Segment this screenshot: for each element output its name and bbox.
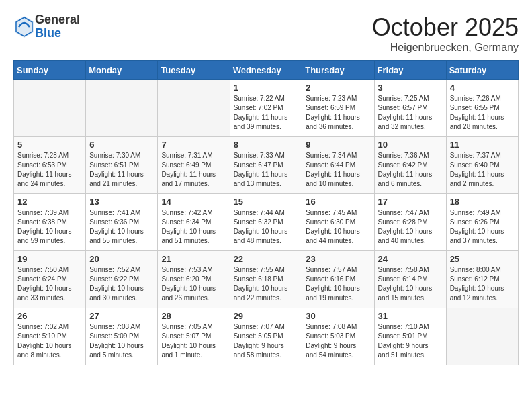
header-friday: Friday [374,61,446,80]
day-number: 4 [450,83,515,93]
calendar-header-row: SundayMondayTuesdayWednesdayThursdayFrid… [14,61,519,80]
calendar-week-1: 5Sunrise: 7:28 AM Sunset: 6:53 PM Daylig… [14,137,519,194]
day-number: 21 [161,254,226,264]
day-info: Sunrise: 7:50 AM Sunset: 6:24 PM Dayligh… [17,265,82,303]
day-number: 16 [306,197,370,207]
header-saturday: Saturday [446,61,518,80]
calendar-cell: 17Sunrise: 7:47 AM Sunset: 6:28 PM Dayli… [374,194,446,251]
day-number: 26 [17,311,82,321]
header-monday: Monday [86,61,158,80]
day-number: 27 [89,311,154,321]
day-number: 5 [17,140,82,150]
day-number: 20 [89,254,154,264]
calendar-cell: 16Sunrise: 7:45 AM Sunset: 6:30 PM Dayli… [302,194,374,251]
day-number: 22 [234,254,299,264]
day-info: Sunrise: 7:31 AM Sunset: 6:49 PM Dayligh… [161,151,226,189]
svg-marker-0 [15,16,34,38]
logo: General Blue [13,13,80,40]
day-number: 28 [161,311,226,321]
calendar-cell: 10Sunrise: 7:36 AM Sunset: 6:42 PM Dayli… [374,137,446,194]
logo-text: General Blue [35,13,80,40]
day-info: Sunrise: 7:47 AM Sunset: 6:28 PM Dayligh… [378,208,443,246]
calendar-cell: 30Sunrise: 7:08 AM Sunset: 5:03 PM Dayli… [302,308,374,365]
day-info: Sunrise: 7:58 AM Sunset: 6:14 PM Dayligh… [378,265,443,303]
calendar-week-3: 19Sunrise: 7:50 AM Sunset: 6:24 PM Dayli… [14,251,519,308]
day-number: 12 [17,197,82,207]
day-info: Sunrise: 7:36 AM Sunset: 6:42 PM Dayligh… [378,151,443,189]
calendar-cell: 26Sunrise: 7:02 AM Sunset: 5:10 PM Dayli… [14,308,86,365]
month-title: October 2025 [372,13,519,42]
day-info: Sunrise: 7:33 AM Sunset: 6:47 PM Dayligh… [234,151,299,189]
calendar-cell: 31Sunrise: 7:10 AM Sunset: 5:01 PM Dayli… [374,308,446,365]
header-thursday: Thursday [302,61,374,80]
day-number: 6 [89,140,154,150]
day-number: 29 [234,311,299,321]
title-block: October 2025 Heigenbruecken, Germany [372,13,519,54]
calendar-week-0: 1Sunrise: 7:22 AM Sunset: 7:02 PM Daylig… [14,80,519,137]
day-number: 3 [378,83,443,93]
calendar-cell: 13Sunrise: 7:41 AM Sunset: 6:36 PM Dayli… [86,194,158,251]
day-number: 31 [378,311,443,321]
day-info: Sunrise: 7:45 AM Sunset: 6:30 PM Dayligh… [306,208,370,246]
day-info: Sunrise: 7:44 AM Sunset: 6:32 PM Dayligh… [234,208,299,246]
day-number: 13 [89,197,154,207]
calendar-cell: 19Sunrise: 7:50 AM Sunset: 6:24 PM Dayli… [14,251,86,308]
day-number: 25 [450,254,515,264]
day-info: Sunrise: 7:22 AM Sunset: 7:02 PM Dayligh… [234,94,299,132]
day-number: 19 [17,254,82,264]
calendar-week-4: 26Sunrise: 7:02 AM Sunset: 5:10 PM Dayli… [14,308,519,365]
day-number: 23 [306,254,370,264]
day-info: Sunrise: 7:05 AM Sunset: 5:07 PM Dayligh… [161,322,226,360]
day-number: 9 [306,140,370,150]
location: Heigenbruecken, Germany [372,42,519,54]
calendar-cell: 2Sunrise: 7:23 AM Sunset: 6:59 PM Daylig… [302,80,374,137]
calendar-cell: 29Sunrise: 7:07 AM Sunset: 5:05 PM Dayli… [230,308,302,365]
calendar-cell [86,80,158,137]
calendar-cell: 28Sunrise: 7:05 AM Sunset: 5:07 PM Dayli… [158,308,230,365]
calendar-cell: 6Sunrise: 7:30 AM Sunset: 6:51 PM Daylig… [86,137,158,194]
calendar-cell: 27Sunrise: 7:03 AM Sunset: 5:09 PM Dayli… [86,308,158,365]
day-number: 30 [306,311,370,321]
calendar-cell: 15Sunrise: 7:44 AM Sunset: 6:32 PM Dayli… [230,194,302,251]
day-number: 2 [306,83,370,93]
calendar-cell: 4Sunrise: 7:26 AM Sunset: 6:55 PM Daylig… [446,80,518,137]
day-info: Sunrise: 7:28 AM Sunset: 6:53 PM Dayligh… [17,151,82,189]
day-number: 1 [234,83,299,93]
calendar-cell: 5Sunrise: 7:28 AM Sunset: 6:53 PM Daylig… [14,137,86,194]
calendar-table: SundayMondayTuesdayWednesdayThursdayFrid… [13,60,519,365]
calendar-cell: 9Sunrise: 7:34 AM Sunset: 6:44 PM Daylig… [302,137,374,194]
day-info: Sunrise: 7:49 AM Sunset: 6:26 PM Dayligh… [450,208,515,246]
day-info: Sunrise: 7:07 AM Sunset: 5:05 PM Dayligh… [234,322,299,360]
day-number: 7 [161,140,226,150]
day-info: Sunrise: 7:39 AM Sunset: 6:38 PM Dayligh… [17,208,82,246]
day-info: Sunrise: 7:55 AM Sunset: 6:18 PM Dayligh… [234,265,299,303]
day-number: 15 [234,197,299,207]
page-header: General Blue October 2025 Heigenbruecken… [13,13,519,54]
calendar-cell: 22Sunrise: 7:55 AM Sunset: 6:18 PM Dayli… [230,251,302,308]
day-info: Sunrise: 7:52 AM Sunset: 6:22 PM Dayligh… [89,265,154,303]
day-number: 8 [234,140,299,150]
day-info: Sunrise: 7:30 AM Sunset: 6:51 PM Dayligh… [89,151,154,189]
logo-icon [13,15,35,39]
day-number: 17 [378,197,443,207]
calendar-cell [158,80,230,137]
day-info: Sunrise: 7:23 AM Sunset: 6:59 PM Dayligh… [306,94,370,132]
header-tuesday: Tuesday [158,61,230,80]
day-info: Sunrise: 7:02 AM Sunset: 5:10 PM Dayligh… [17,322,82,360]
calendar-cell [14,80,86,137]
day-info: Sunrise: 7:57 AM Sunset: 6:16 PM Dayligh… [306,265,370,303]
header-wednesday: Wednesday [230,61,302,80]
calendar-cell: 24Sunrise: 7:58 AM Sunset: 6:14 PM Dayli… [374,251,446,308]
day-info: Sunrise: 8:00 AM Sunset: 6:12 PM Dayligh… [450,265,515,303]
day-number: 24 [378,254,443,264]
day-info: Sunrise: 7:42 AM Sunset: 6:34 PM Dayligh… [161,208,226,246]
day-number: 18 [450,197,515,207]
day-info: Sunrise: 7:34 AM Sunset: 6:44 PM Dayligh… [306,151,370,189]
day-info: Sunrise: 7:53 AM Sunset: 6:20 PM Dayligh… [161,265,226,303]
day-info: Sunrise: 7:41 AM Sunset: 6:36 PM Dayligh… [89,208,154,246]
day-info: Sunrise: 7:03 AM Sunset: 5:09 PM Dayligh… [89,322,154,360]
day-info: Sunrise: 7:25 AM Sunset: 6:57 PM Dayligh… [378,94,443,132]
calendar-cell: 1Sunrise: 7:22 AM Sunset: 7:02 PM Daylig… [230,80,302,137]
calendar-cell: 23Sunrise: 7:57 AM Sunset: 6:16 PM Dayli… [302,251,374,308]
calendar-cell: 8Sunrise: 7:33 AM Sunset: 6:47 PM Daylig… [230,137,302,194]
